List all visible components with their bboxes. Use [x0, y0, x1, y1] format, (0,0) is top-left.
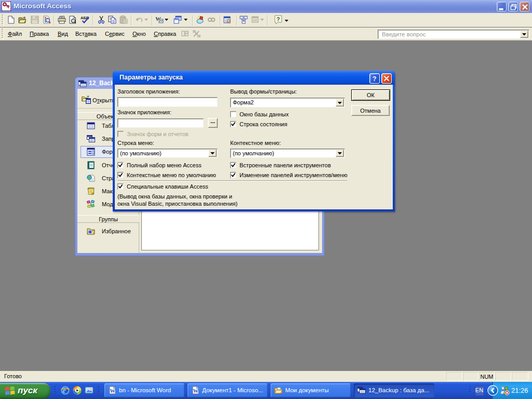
svg-text:e: e	[63, 387, 66, 394]
svg-text:?: ?	[373, 75, 377, 83]
svg-text:W: W	[110, 388, 116, 394]
svg-text:?: ?	[276, 16, 280, 22]
svg-text:W: W	[193, 388, 199, 394]
